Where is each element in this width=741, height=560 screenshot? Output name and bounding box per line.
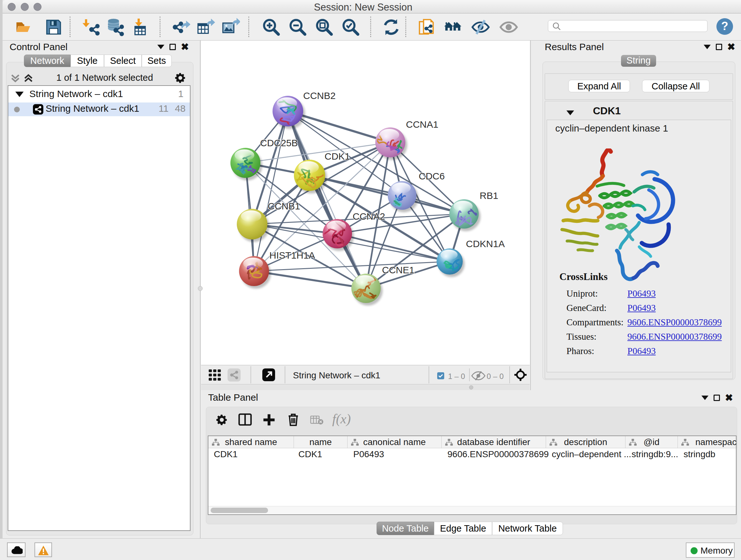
svg-text:HIST1H1A: HIST1H1A (269, 250, 315, 260)
svg-text:CCNE1: CCNE1 (382, 265, 414, 275)
svg-text:RB1: RB1 (480, 190, 498, 201)
svg-text:CCNB2: CCNB2 (303, 90, 336, 101)
svg-text:CDC25B: CDC25B (260, 138, 298, 148)
svg-text:CCNB1: CCNB1 (268, 201, 300, 211)
svg-text:CCNA2: CCNA2 (353, 211, 385, 222)
svg-text:CDKN1A: CDKN1A (466, 239, 505, 249)
svg-text:CCNA1: CCNA1 (406, 119, 439, 130)
svg-text:CDC6: CDC6 (419, 171, 445, 181)
svg-text:CDK1: CDK1 (325, 151, 350, 162)
